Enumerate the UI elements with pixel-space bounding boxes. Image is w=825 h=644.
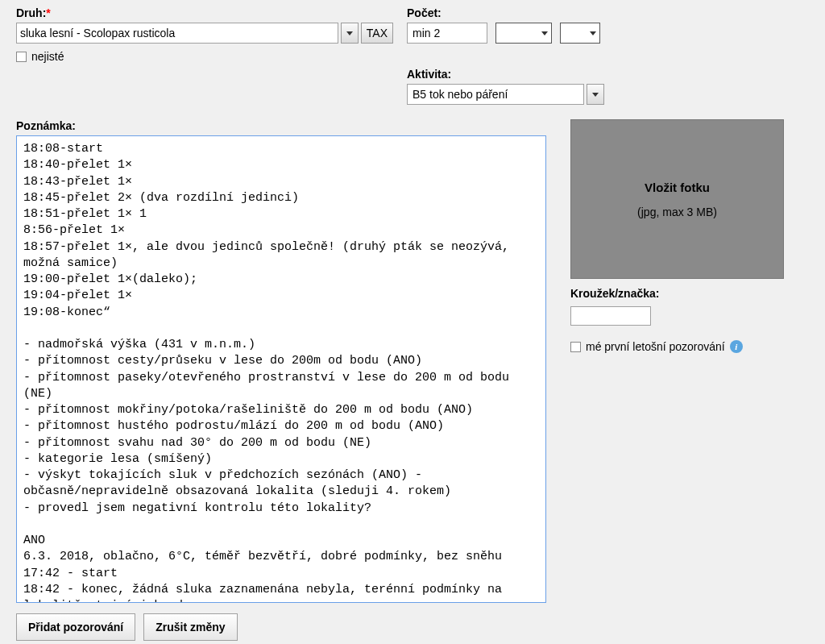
count-unit-select[interactable] [495,23,552,44]
count-activity-column: Počet: Aktivita: [407,6,809,105]
species-column: Druh:* TAX nejisté [16,6,399,105]
side-column: Vložit fotku (jpg, max 3 MB) Kroužek/zna… [570,119,809,605]
cancel-changes-button[interactable]: Zrušit změny [143,613,237,641]
info-icon[interactable]: i [730,340,743,353]
activity-select[interactable] [407,84,584,105]
observation-form: Druh:* TAX nejisté Počet: Aktivita: [0,0,825,644]
note-textarea[interactable] [16,135,546,603]
activity-dropdown-button[interactable] [587,84,604,105]
count-input[interactable] [407,23,487,44]
photo-subtitle: (jpg, max 3 MB) [637,206,717,218]
first-observation-row: mé první letošní pozorování i [570,340,809,353]
photo-title: Vložit fotku [645,181,710,194]
uncertain-checkbox[interactable] [16,52,27,62]
chevron-down-icon [541,31,548,35]
species-label: Druh:* [16,6,399,19]
note-row: Poznámka: Vložit fotku (jpg, max 3 MB) K… [16,119,809,605]
top-row: Druh:* TAX nejisté Počet: Aktivita: [16,0,809,105]
count-extra-select[interactable] [560,23,600,44]
tax-button[interactable]: TAX [361,23,393,44]
uncertain-row: nejisté [16,50,399,63]
note-label: Poznámka: [16,119,546,132]
ring-label: Kroužek/značka: [570,287,809,300]
first-observation-label: mé první letošní pozorování [586,340,725,353]
species-dropdown-button[interactable] [341,23,359,44]
activity-block: Aktivita: [407,68,809,105]
chevron-down-icon [592,93,599,97]
chevron-down-icon [590,31,596,35]
ring-block: Kroužek/značka: [570,287,809,326]
species-input[interactable] [16,23,338,44]
action-buttons: Přidat pozorování Zrušit změny [16,613,809,641]
count-label: Počet: [407,6,809,19]
chevron-down-icon [346,31,353,35]
first-observation-checkbox[interactable] [570,342,581,352]
note-column: Poznámka: [16,119,546,605]
photo-upload[interactable]: Vložit fotku (jpg, max 3 MB) [570,119,784,279]
add-observation-button[interactable]: Přidat pozorování [16,613,135,641]
ring-input[interactable] [570,306,651,326]
uncertain-label: nejisté [31,50,64,63]
activity-label: Aktivita: [407,68,809,81]
